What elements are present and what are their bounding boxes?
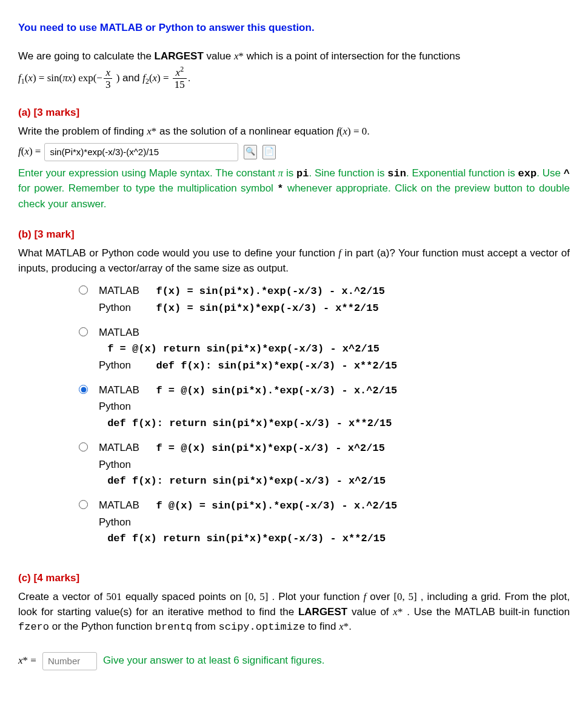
c-i: from	[195, 621, 219, 632]
radio-button[interactable]	[79, 385, 88, 394]
hint-a: Enter your expression using Maple syntax…	[18, 167, 278, 179]
hint-pi-sym: π	[278, 167, 284, 179]
c-fzero: fzero	[18, 621, 49, 633]
c-interval2: [0, 5]	[393, 591, 416, 602]
f1-frac: x3	[104, 67, 113, 90]
hint-star: *	[277, 183, 283, 195]
c-h: or the Python function	[52, 621, 155, 632]
opt2-matlab-label: MATLAB	[99, 325, 150, 341]
hint-sin: sin	[387, 168, 406, 179]
f2-arg: (x) =	[149, 72, 172, 84]
radio-option-4: MATLAB f = @(x) sin(pi*x)*exp(-x/3) - x^…	[79, 440, 570, 489]
radio-option-1: MATLAB f(x) = sin(pi*x).*exp(-x/3) - x.^…	[79, 283, 570, 316]
hint-caret: ^	[564, 168, 570, 179]
hint-is: is	[286, 167, 296, 179]
c-interval: [0, 5]	[245, 591, 268, 602]
opt3-python-code: def f(x): return sin(pi*x)*exp(-x/3) - x…	[107, 418, 392, 429]
period: .	[188, 72, 191, 84]
opt1-matlab-label: MATLAB	[99, 283, 150, 299]
opt4-matlab-label: MATLAB	[99, 440, 150, 456]
radio-option-2: MATLAB f = @(x) return sin(pi*x)*exp(-x/…	[79, 325, 570, 374]
part-b-f: f	[338, 247, 341, 259]
and-word: and	[122, 72, 142, 84]
part-b-label: (b) [3 mark]	[18, 227, 570, 242]
part-a-label: (a) [3 marks]	[18, 105, 570, 121]
c-c: . Plot your function	[272, 591, 363, 602]
largest-word: LARGEST	[155, 50, 204, 62]
f1-close: )	[113, 72, 119, 84]
fx-label: f(x) =	[18, 144, 41, 159]
intro-tail: which is a point of intersection for the…	[247, 50, 460, 62]
opt4-matlab-code: f = @(x) sin(pi*x)*exp(-x/3) - x^2/15	[156, 442, 384, 454]
opt3-matlab-code: f = @(x) sin(pi*x).*exp(-x/3) - x.^2/15	[156, 385, 397, 396]
hint-e: for power. Remember to type the multipli…	[18, 182, 277, 194]
opt5-matlab-code: f @(x) = sin(pi*x).*exp(-x/3) - x.^2/15	[156, 500, 397, 512]
hint-d: . Use	[536, 167, 564, 179]
radio-button[interactable]	[79, 285, 88, 295]
c-b: equally spaced points on	[125, 591, 245, 602]
intro-post: value	[207, 50, 234, 62]
radio-option-3: MATLAB f = @(x) sin(pi*x).*exp(-x/3) - x…	[79, 382, 570, 432]
opt3-matlab-label: MATLAB	[99, 382, 150, 398]
radio-button[interactable]	[79, 500, 88, 509]
c-d: over	[370, 591, 393, 602]
c-scipy: scipy.optimize	[219, 621, 306, 633]
opt2-matlab-code: f = @(x) return sin(pi*x)*exp(-x/3) - x^…	[107, 343, 379, 355]
part-b-pre: What MATLAB or Python code would you use…	[18, 247, 338, 259]
opt1-matlab-code: f(x) = sin(pi*x).*exp(-x/3) - x.^2/15	[156, 285, 384, 297]
c-g: . Use the MATLAB built-in function	[407, 606, 570, 618]
f2-frac: x215	[173, 67, 187, 90]
opt2-python-label: Python	[99, 358, 150, 373]
c-f2: value of	[352, 606, 393, 618]
opt1-python-label: Python	[99, 300, 150, 316]
expression-input[interactable]	[44, 143, 238, 161]
c-largest: LARGEST	[298, 606, 347, 618]
radio-button[interactable]	[79, 327, 88, 336]
part-a-prompt-mid: as the solution of a nonlinear equation	[159, 125, 336, 137]
directive-text: You need to use MATLAB or Python to answ…	[18, 22, 315, 33]
f1-arg: (x) = sin(πx) exp(−	[25, 72, 102, 84]
opt5-python-code: def f(x) return sin(pi*x)*exp(-x/3) - x*…	[107, 533, 386, 544]
c-brentq: brentq	[155, 621, 192, 633]
answer-input[interactable]	[42, 652, 97, 670]
answer-hint: Give your answer to at least 6 significa…	[103, 653, 325, 668]
opt4-python-label: Python	[99, 457, 150, 473]
c-npoints: 501	[106, 591, 122, 602]
opt1-python-code: f(x) = sin(pi*x)*exp(-x/3) - x**2/15	[156, 302, 378, 314]
x-star: x	[234, 50, 239, 62]
radio-option-5: MATLAB f @(x) = sin(pi*x).*exp(-x/3) - x…	[79, 498, 570, 547]
c-j: to find	[308, 621, 339, 632]
opt5-matlab-label: MATLAB	[99, 498, 150, 513]
c-f: f	[363, 591, 366, 602]
part-a-prompt-pre: Write the problem of finding	[18, 125, 147, 137]
radio-button[interactable]	[79, 442, 88, 452]
hint-c: . Exponential function is	[406, 167, 518, 179]
help-icon[interactable]: 📄	[262, 145, 276, 159]
preview-icon[interactable]: 🔍	[244, 145, 257, 159]
opt3-python-label: Python	[99, 399, 150, 415]
opt4-python-code: def f(x): return sin(pi*x)*exp(-x/3) - x…	[107, 475, 386, 487]
hint-pi: pi	[296, 168, 309, 179]
part-c-label: (c) [4 marks]	[18, 571, 570, 586]
intro-pre: We are going to calculate the	[18, 50, 155, 62]
c-a: Create a vector of	[18, 591, 106, 602]
hint-b: . Sine function is	[309, 167, 387, 179]
hint-exp: exp	[518, 168, 537, 179]
opt2-python-code: def f(x): sin(pi*x)*exp(-x/3) - x**2/15	[156, 360, 397, 372]
opt5-python-label: Python	[99, 515, 150, 530]
answer-label: x* =	[18, 653, 36, 668]
